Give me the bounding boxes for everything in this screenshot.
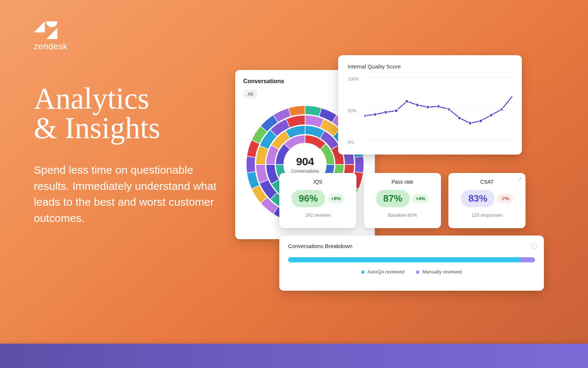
svg-point-7 bbox=[405, 100, 408, 103]
svg-point-13 bbox=[469, 121, 472, 124]
sunburst-center-value: 904 bbox=[291, 155, 319, 168]
info-icon[interactable]: i bbox=[531, 242, 537, 249]
iqs-tick-50: 50% bbox=[348, 108, 356, 113]
hero-title: Analytics & Insights bbox=[34, 84, 160, 143]
kpi-iqs-sub: 242 reviews bbox=[284, 212, 351, 218]
iqs-card: Internal Quality Score 100% 50% 0% bbox=[338, 55, 522, 155]
svg-point-4 bbox=[374, 113, 377, 116]
kpi-csat-title: CSAT bbox=[453, 179, 520, 185]
svg-point-14 bbox=[479, 120, 482, 123]
iqs-tick-100: 100% bbox=[348, 77, 359, 82]
svg-point-12 bbox=[458, 117, 461, 120]
svg-point-9 bbox=[426, 106, 429, 109]
brand-logo: zendesk bbox=[34, 21, 68, 52]
legend-manual-label: Manually reviewed bbox=[422, 269, 462, 275]
iqs-chart-area bbox=[365, 74, 512, 147]
kpi-pass-delta: +4% bbox=[412, 194, 429, 204]
kpi-csat-sub: 120 responses bbox=[453, 212, 520, 218]
footer-band bbox=[0, 344, 588, 368]
kpi-csat: ↗ CSAT 83% -7% 120 responses bbox=[448, 173, 526, 228]
hero-subhead: Spend less time on questionable results.… bbox=[34, 162, 225, 226]
breakdown-title: Conversations Breakdown bbox=[288, 243, 535, 249]
kpi-iqs-title: IQS bbox=[284, 179, 351, 185]
filter-chip-all[interactable]: All bbox=[243, 90, 257, 98]
legend-auto-label: AutoQA reviewed bbox=[368, 269, 404, 275]
kpi-iqs-value: 96% bbox=[291, 190, 325, 207]
hero-title-line1: Analytics bbox=[34, 84, 160, 113]
legend-manual: Manually reviewed bbox=[416, 269, 462, 275]
svg-point-11 bbox=[448, 108, 451, 111]
iqs-title: Internal Quality Score bbox=[348, 63, 512, 70]
iqs-tick-0: 0% bbox=[348, 140, 354, 145]
kpi-pass: Pass rate 87% +4% Baseline 80% bbox=[364, 173, 441, 228]
kpi-csat-delta: -7% bbox=[497, 194, 513, 204]
breakdown-seg-auto bbox=[288, 257, 520, 262]
expand-icon[interactable]: ↗ bbox=[517, 176, 522, 182]
breakdown-card: Conversations Breakdown i AutoQA reviewe… bbox=[279, 236, 544, 291]
breakdown-seg-manual bbox=[520, 257, 535, 262]
kpi-iqs-delta: +8% bbox=[327, 194, 344, 204]
marketing-slide: zendesk Analytics & Insights Spend less … bbox=[0, 0, 588, 368]
legend-auto: AutoQA reviewed bbox=[361, 269, 404, 275]
kpi-pass-title: Pass rate bbox=[369, 179, 436, 185]
hero-title-line2: & Insights bbox=[34, 113, 160, 143]
kpi-pass-sub: Baseline 80% bbox=[369, 212, 436, 218]
kpi-csat-value: 83% bbox=[461, 190, 495, 207]
zendesk-icon bbox=[34, 21, 57, 39]
svg-point-3 bbox=[365, 114, 366, 117]
kpi-pass-value: 87% bbox=[376, 190, 410, 207]
brand-name: zendesk bbox=[34, 41, 68, 52]
svg-point-6 bbox=[395, 109, 398, 112]
svg-point-5 bbox=[384, 111, 387, 114]
breakdown-legend: AutoQA reviewed Manually reviewed bbox=[288, 269, 535, 275]
dashboard-cluster: Conversations All 904 Conversations Inte… bbox=[235, 55, 559, 320]
breakdown-bar bbox=[288, 257, 535, 262]
svg-point-15 bbox=[490, 114, 493, 117]
kpi-iqs: IQS 96% +8% 242 reviews bbox=[279, 173, 356, 228]
svg-point-8 bbox=[416, 103, 419, 106]
svg-point-16 bbox=[500, 108, 503, 111]
svg-point-0 bbox=[46, 21, 57, 27]
svg-point-10 bbox=[437, 105, 440, 108]
iqs-line-svg bbox=[365, 74, 512, 147]
sunburst-center: 904 Conversations bbox=[291, 155, 319, 174]
